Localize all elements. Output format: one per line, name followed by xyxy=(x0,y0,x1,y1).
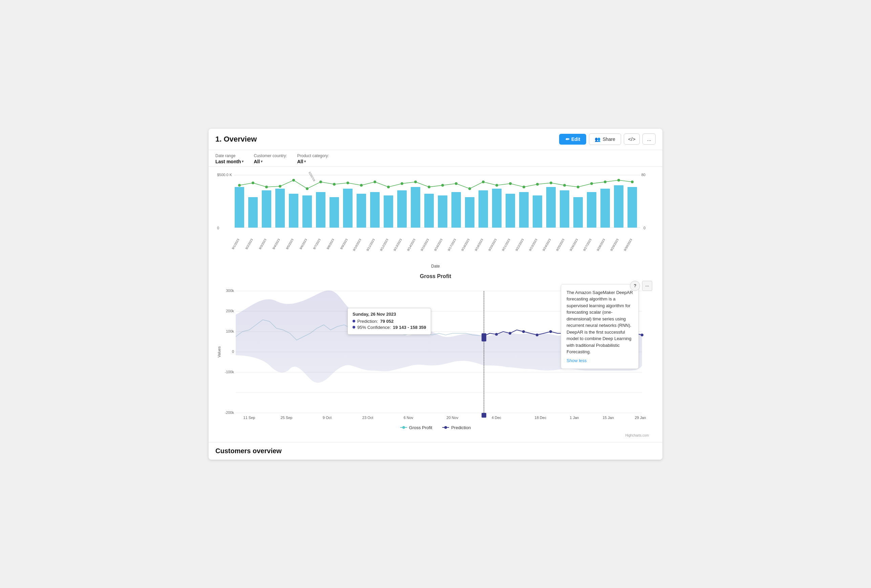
svg-point-118 xyxy=(522,330,525,333)
svg-point-55 xyxy=(482,181,485,183)
svg-rect-27 xyxy=(506,194,515,227)
svg-rect-131 xyxy=(482,413,486,417)
country-dropdown[interactable]: All ▾ xyxy=(254,159,287,164)
chevron-down-icon: ▾ xyxy=(304,160,306,163)
svg-text:9/15/2023: 9/15/2023 xyxy=(420,238,430,252)
svg-text:9/8/2023: 9/8/2023 xyxy=(326,238,335,250)
svg-text:9/20/2023: 9/20/2023 xyxy=(488,238,497,252)
svg-point-53 xyxy=(455,182,458,185)
svg-point-56 xyxy=(495,184,498,187)
svg-rect-34 xyxy=(600,189,610,227)
svg-text:0: 0 xyxy=(644,226,645,230)
svg-text:6 Nov: 6 Nov xyxy=(404,416,413,420)
svg-rect-29 xyxy=(533,195,542,227)
svg-rect-26 xyxy=(492,189,501,227)
share-button[interactable]: 👥 Share xyxy=(589,133,621,145)
svg-rect-11 xyxy=(289,194,298,227)
svg-rect-12 xyxy=(302,195,312,227)
svg-rect-32 xyxy=(573,197,583,227)
svg-text:9/28/2023: 9/28/2023 xyxy=(596,238,606,252)
highcharts-credit: Highcharts.com xyxy=(216,433,655,438)
svg-text:-200k: -200k xyxy=(224,410,234,414)
svg-text:9/5/2023: 9/5/2023 xyxy=(286,238,294,250)
svg-point-116 xyxy=(495,333,498,336)
bar-chart-svg: $500.0 K 0 80 0 xyxy=(216,170,655,238)
show-less-link[interactable]: Show less xyxy=(567,358,633,364)
svg-text:9/7/2023: 9/7/2023 xyxy=(313,238,321,250)
svg-rect-15 xyxy=(343,189,353,227)
svg-text:300k: 300k xyxy=(226,289,234,293)
svg-text:9/13/2023: 9/13/2023 xyxy=(393,238,403,252)
svg-text:29 Jan: 29 Jan xyxy=(635,416,646,420)
svg-point-46 xyxy=(360,184,363,187)
info-panel: The Amazon SageMaker DeepAR forecasting … xyxy=(561,284,639,369)
gross-profit-title: Gross Profit xyxy=(216,273,655,280)
more-button[interactable]: ... xyxy=(642,133,655,145)
chevron-down-icon: ▾ xyxy=(261,160,262,163)
share-icon: 👥 xyxy=(595,136,600,142)
svg-text:9/10/2023: 9/10/2023 xyxy=(352,238,362,252)
svg-text:Date: Date xyxy=(431,264,440,268)
svg-point-50 xyxy=(414,181,417,183)
svg-point-39 xyxy=(265,186,268,189)
svg-text:9/22/2023: 9/22/2023 xyxy=(515,238,525,252)
svg-rect-19 xyxy=(397,190,407,227)
svg-text:11 Sep: 11 Sep xyxy=(244,416,255,420)
svg-text:9/25/2023: 9/25/2023 xyxy=(555,238,565,252)
more-icon: ... xyxy=(647,136,651,142)
svg-text:9/21/2023: 9/21/2023 xyxy=(501,238,511,252)
svg-text:100k: 100k xyxy=(226,329,234,333)
svg-rect-13 xyxy=(316,192,325,227)
svg-text:200k: 200k xyxy=(226,309,234,313)
svg-point-52 xyxy=(441,184,444,187)
edit-button[interactable]: ✏ Edit xyxy=(559,134,586,145)
legend-gross-profit: Gross Profit xyxy=(400,425,433,430)
svg-text:20 Nov: 20 Nov xyxy=(447,416,458,420)
svg-text:15 Jan: 15 Jan xyxy=(602,416,614,420)
svg-rect-8 xyxy=(248,197,258,227)
svg-text:9/19/2023: 9/19/2023 xyxy=(474,238,484,252)
svg-point-38 xyxy=(251,181,254,184)
svg-text:9/27/2023: 9/27/2023 xyxy=(582,238,592,252)
svg-rect-31 xyxy=(560,190,569,227)
legend-prediction: Prediction xyxy=(442,425,471,430)
svg-text:9/11/2023: 9/11/2023 xyxy=(366,238,376,252)
svg-text:$500.0 K: $500.0 K xyxy=(217,173,232,177)
help-button[interactable]: ? xyxy=(630,281,640,291)
category-dropdown[interactable]: All ▾ xyxy=(297,159,329,164)
svg-rect-7 xyxy=(235,187,244,227)
svg-rect-18 xyxy=(384,195,393,227)
svg-text:9/3/2023: 9/3/2023 xyxy=(258,238,267,250)
svg-rect-33 xyxy=(587,192,596,227)
code-icon: </> xyxy=(628,136,636,142)
svg-text:9/1/2023: 9/1/2023 xyxy=(308,171,316,182)
page-header: 1. Overview ✏ Edit 👥 Share </> ... xyxy=(209,129,662,150)
svg-text:9/23/2023: 9/23/2023 xyxy=(528,238,538,252)
svg-text:9/9/2023: 9/9/2023 xyxy=(340,238,349,250)
svg-text:9/30/2023: 9/30/2023 xyxy=(623,238,633,252)
svg-text:9/29/2023: 9/29/2023 xyxy=(609,238,620,252)
svg-point-45 xyxy=(346,181,349,184)
category-filter: Product category: All ▾ xyxy=(297,153,329,164)
svg-point-62 xyxy=(577,186,579,189)
svg-rect-28 xyxy=(519,192,528,227)
svg-text:9 Oct: 9 Oct xyxy=(323,416,332,420)
svg-point-54 xyxy=(468,187,471,190)
svg-point-51 xyxy=(428,186,430,189)
svg-text:9/26/2023: 9/26/2023 xyxy=(569,238,579,252)
date-range-dropdown[interactable]: Last month ▾ xyxy=(216,159,244,164)
svg-point-60 xyxy=(550,181,552,184)
svg-text:80: 80 xyxy=(641,173,645,177)
svg-point-43 xyxy=(319,181,322,183)
chart-legend: Gross Profit Prediction xyxy=(216,423,655,433)
svg-rect-14 xyxy=(329,197,339,227)
prediction-dot xyxy=(353,320,355,322)
header-actions: ✏ Edit 👥 Share </> ... xyxy=(559,133,655,145)
code-button[interactable]: </> xyxy=(624,133,640,145)
svg-point-64 xyxy=(604,181,606,183)
filters-bar: Date range Last month ▾ Customer country… xyxy=(209,150,662,167)
chart-more-button[interactable]: ··· xyxy=(642,281,652,291)
svg-rect-25 xyxy=(479,190,488,227)
svg-rect-17 xyxy=(370,192,380,227)
svg-text:9/18/2023: 9/18/2023 xyxy=(461,238,470,252)
